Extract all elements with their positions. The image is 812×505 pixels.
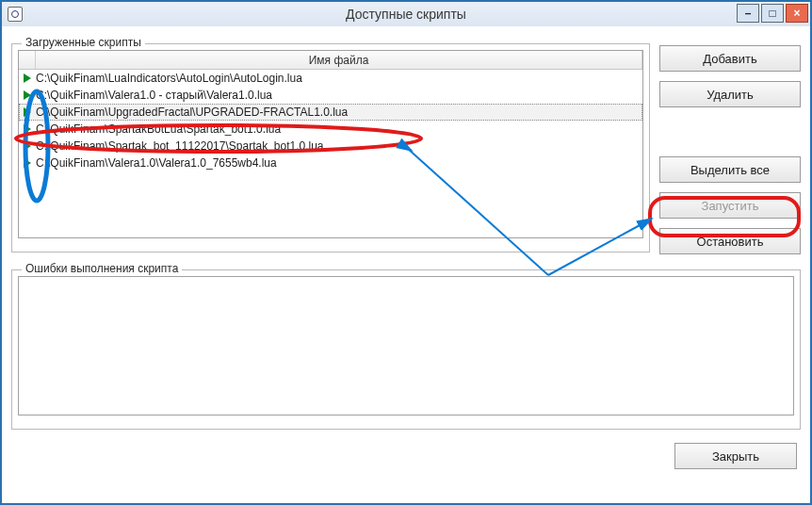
window-close-button[interactable]: ×: [786, 4, 808, 23]
client-area: Загруженные скрипты Имя файла C:\QuikFin…: [2, 26, 810, 503]
run-button[interactable]: Запустить: [659, 192, 801, 219]
list-item-path: C:\QuikFinam\LuaIndicators\AutoLogin\Aut…: [36, 72, 642, 85]
play-icon: [19, 90, 36, 100]
select-all-button[interactable]: Выделить все: [659, 156, 801, 183]
loaded-scripts-label: Загруженные скрипты: [22, 36, 145, 49]
listview-header: Имя файла: [19, 51, 642, 70]
play-icon: [19, 141, 36, 151]
list-item[interactable]: C:\QuikFinam\Valera1.0\Valera1.0_7655wb4…: [19, 155, 642, 171]
list-item[interactable]: C:\QuikFinam\Valera1.0 - старый\Valera1.…: [19, 87, 642, 104]
errors-label: Ошибки выполнения скрипта: [22, 262, 182, 275]
window-buttons: – □ ×: [737, 2, 810, 26]
errors-group: Ошибки выполнения скрипта: [11, 269, 801, 430]
remove-button[interactable]: Удалить: [659, 81, 801, 107]
minimize-button[interactable]: –: [737, 4, 759, 23]
dialog-window: Доступные скрипты – □ × Загруженные скри…: [0, 0, 812, 505]
list-item[interactable]: C:\QuikFinam\LuaIndicators\AutoLogin\Aut…: [19, 70, 642, 87]
title-bar: Доступные скрипты – □ ×: [2, 2, 810, 26]
maximize-button[interactable]: □: [761, 4, 784, 23]
play-icon: [19, 124, 36, 134]
list-item-path: C:\QuikFinam\Spartak_bot_11122017\Sparta…: [36, 139, 642, 153]
list-item[interactable]: C:\QuikFinam\Spartak_bot_11122017\Sparta…: [19, 138, 642, 155]
stop-button[interactable]: Остановить: [659, 228, 801, 254]
add-button[interactable]: Добавить: [659, 45, 801, 72]
app-icon: [8, 7, 23, 22]
list-item-path: C:\QuikFinam\Valera1.0\Valera1.0_7655wb4…: [36, 156, 642, 170]
loaded-scripts-group: Загруженные скрипты Имя файла C:\QuikFin…: [11, 43, 650, 252]
list-item-path: C:\QuikFinam\UpgradedFractal\UPGRADED-FR…: [36, 106, 642, 119]
close-button[interactable]: Закрыть: [674, 443, 797, 469]
scripts-listview[interactable]: Имя файла C:\QuikFinam\LuaIndicators\Aut…: [18, 50, 643, 238]
button-spacer: [659, 117, 801, 147]
play-icon: [19, 73, 36, 83]
bottom-bar: Закрыть: [11, 430, 801, 469]
list-item-path: C:\QuikFinam\Valera1.0 - старый\Valera1.…: [36, 89, 642, 102]
errors-textbox[interactable]: [18, 276, 794, 415]
listview-body: C:\QuikFinam\LuaIndicators\AutoLogin\Aut…: [19, 70, 642, 237]
play-icon: [19, 107, 36, 117]
button-column: Добавить Удалить Выделить все Запустить …: [659, 36, 801, 254]
window-title: Доступные скрипты: [2, 7, 810, 22]
play-icon: [19, 158, 36, 168]
list-item[interactable]: C:\QuikFinam\SpartakBotLua\Spartak_bot1.…: [19, 121, 642, 138]
header-icon-column: [19, 51, 36, 69]
header-filename-column[interactable]: Имя файла: [36, 51, 642, 69]
list-item[interactable]: C:\QuikFinam\UpgradedFractal\UPGRADED-FR…: [19, 104, 642, 121]
list-item-path: C:\QuikFinam\SpartakBotLua\Spartak_bot1.…: [36, 122, 642, 136]
